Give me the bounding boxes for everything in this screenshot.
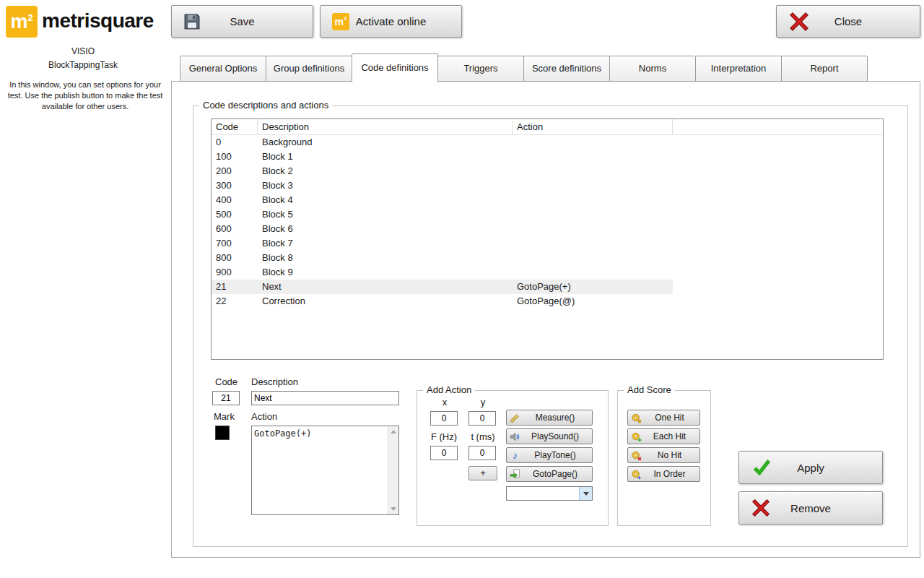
code-field-label: Code <box>215 376 237 387</box>
table-row[interactable]: 300Block 3 <box>212 178 883 193</box>
column-header-action[interactable]: Action <box>513 119 673 134</box>
cell-action <box>513 193 673 207</box>
activate-label: Activate online <box>356 15 427 27</box>
column-header-description[interactable]: Description <box>258 119 513 134</box>
tab-group-definitions[interactable]: Group definitions <box>266 56 352 82</box>
x-label: x <box>430 397 459 407</box>
button-label: PlayTone() <box>521 450 592 460</box>
cell-description: Block 4 <box>258 193 513 207</box>
measure-button[interactable]: Measure() <box>506 410 593 426</box>
cell-description: Block 2 <box>258 164 513 178</box>
tab-code-definitions[interactable]: Code definitions <box>352 53 438 82</box>
cell-description: Block 5 <box>258 207 513 222</box>
code-table-header: CodeDescriptionAction <box>212 119 883 135</box>
scroll-down-icon[interactable] <box>391 507 396 511</box>
brand-name: metrisquare <box>42 9 154 33</box>
music-note-icon: ♪ <box>509 450 521 460</box>
y-input[interactable] <box>468 411 496 426</box>
table-row[interactable]: 22CorrectionGotoPage(@) <box>212 294 883 309</box>
remove-label: Remove <box>790 502 831 514</box>
each-hit-button[interactable]: Each Hit <box>627 428 700 444</box>
scroll-up-icon[interactable] <box>391 430 396 434</box>
plus-button[interactable]: + <box>468 466 497 480</box>
cell-code: 800 <box>212 251 258 265</box>
playtone-button[interactable]: ♪PlayTone() <box>506 447 593 463</box>
tab-strip: General OptionsGroup definitionsCode def… <box>180 53 868 82</box>
time-input[interactable] <box>468 446 496 460</box>
table-row[interactable]: 400Block 4 <box>212 193 883 207</box>
table-row[interactable]: 600Block 6 <box>212 222 883 236</box>
apply-button[interactable]: Apply <box>738 451 883 484</box>
cell-action <box>513 251 673 265</box>
code-input[interactable] <box>212 391 240 405</box>
save-button[interactable]: Save <box>171 5 313 38</box>
cell-description: Block 3 <box>258 178 513 193</box>
cell-description: Block 7 <box>258 236 513 251</box>
action-scrollbar[interactable] <box>388 426 398 514</box>
cell-description: Block 9 <box>258 265 513 280</box>
tab-score-definitions[interactable]: Score definitions <box>523 56 610 82</box>
remove-button[interactable]: Remove <box>738 491 883 525</box>
table-row[interactable]: 21NextGotoPage(+) <box>212 280 883 294</box>
code-table: CodeDescriptionAction 0Background100Bloc… <box>211 118 884 360</box>
close-label: Close <box>834 15 862 27</box>
cell-code: 500 <box>212 207 258 222</box>
cell-action <box>513 207 673 222</box>
cell-description: Correction <box>258 294 513 309</box>
tab-interpretation[interactable]: Interpretation <box>695 56 782 82</box>
table-row[interactable]: 500Block 5 <box>212 207 883 222</box>
apply-label: Apply <box>797 462 824 474</box>
table-row[interactable]: 800Block 8 <box>212 251 883 265</box>
x-input[interactable] <box>430 411 458 426</box>
cell-action <box>513 150 673 164</box>
metrisquare-icon: m2 <box>332 13 349 30</box>
no-hit-button[interactable]: No Hit <box>627 447 700 463</box>
table-row[interactable]: 200Block 2 <box>212 164 883 178</box>
in-order-icon <box>630 469 642 480</box>
frequency-input[interactable] <box>430 446 458 460</box>
activate-online-button[interactable]: m2 Activate online <box>320 5 462 38</box>
mark-color-swatch[interactable] <box>215 426 230 440</box>
codes-group-title: Code descriptions and actions <box>199 100 332 111</box>
frequency-label: F (Hz) <box>423 431 465 442</box>
cell-code: 100 <box>212 150 258 164</box>
cell-code: 200 <box>212 164 258 178</box>
gotopage-button[interactable]: GotoPage() <box>506 466 593 482</box>
add-score-title: Add Score <box>624 384 675 395</box>
table-row[interactable]: 900Block 9 <box>212 265 883 280</box>
cell-code: 21 <box>212 280 258 294</box>
action-type-dropdown[interactable] <box>506 486 593 501</box>
remove-x-icon <box>751 498 771 518</box>
description-input[interactable] <box>251 391 399 405</box>
description-field-label: Description <box>251 376 298 387</box>
each-hit-icon <box>630 431 642 442</box>
goto-page-icon <box>509 469 521 480</box>
table-row[interactable]: 100Block 1 <box>212 150 883 164</box>
cell-action <box>513 222 673 236</box>
column-header-code[interactable]: Code <box>212 119 258 134</box>
playsound-button[interactable]: PlaySound() <box>506 428 593 444</box>
tab-page-code-definitions: Code descriptions and actions CodeDescri… <box>171 81 920 558</box>
one-hit-button[interactable]: One Hit <box>627 410 700 426</box>
sidebar: m2 metrisquare VISIO BlockTappingTask In… <box>0 0 171 578</box>
tab-general-options[interactable]: General Options <box>180 56 266 82</box>
action-field-label: Action <box>251 411 277 422</box>
button-label: GotoPage() <box>521 469 592 479</box>
cell-action <box>513 178 673 193</box>
close-button[interactable]: Close <box>776 5 920 38</box>
logo-letter: m <box>10 11 27 33</box>
in-order-button[interactable]: In Order <box>627 466 700 482</box>
chevron-down-icon[interactable] <box>579 487 592 500</box>
table-row[interactable]: 0Background <box>212 135 883 150</box>
table-row[interactable]: 700Block 7 <box>212 236 883 251</box>
cell-action <box>513 265 673 280</box>
add-action-title: Add Action <box>423 384 475 395</box>
cell-action: GotoPage(+) <box>513 280 673 294</box>
tab-triggers[interactable]: Triggers <box>437 56 524 82</box>
action-textarea[interactable]: GotoPage(+) <box>251 426 399 515</box>
one-hit-icon <box>630 413 642 423</box>
task-name: BlockTappingTask <box>0 60 166 70</box>
tab-norms[interactable]: Norms <box>609 56 696 82</box>
y-label: y <box>468 397 497 407</box>
tab-report[interactable]: Report <box>781 56 868 82</box>
